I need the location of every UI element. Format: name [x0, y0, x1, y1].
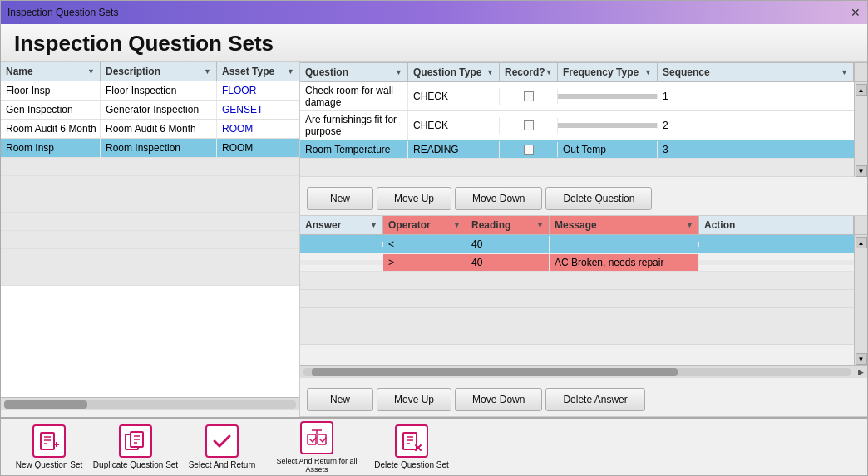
- move-up-question-button[interactable]: Move Up: [377, 187, 451, 210]
- q-td-type: CHECK: [408, 117, 500, 134]
- toolbar-select-all-assets[interactable]: Select And Return for all Assets: [267, 418, 367, 477]
- a-right-scrollbar[interactable]: ▲ ▼: [854, 235, 867, 365]
- record-checkbox[interactable]: [524, 145, 534, 155]
- answer-h-scrollbar[interactable]: ▶: [300, 365, 867, 378]
- move-down-question-button[interactable]: Move Down: [455, 187, 542, 210]
- table-row[interactable]: Gen Inspection Generator Inspection GENS…: [1, 101, 299, 120]
- question-table-header: Question ▼ Question Type ▼ Record? ▼ Fre…: [300, 62, 867, 82]
- a-scroll-down[interactable]: ▼: [856, 353, 867, 365]
- answer-h-scrollbar-track[interactable]: [303, 368, 851, 376]
- new-answer-button[interactable]: New: [307, 388, 373, 411]
- col-name-arrow: ▼: [87, 67, 95, 76]
- close-button[interactable]: ✕: [851, 6, 861, 19]
- table-row-empty: [1, 176, 299, 194]
- q-td-frequency: [558, 94, 658, 99]
- new-qs-svg: [37, 429, 61, 453]
- a-td-reading: 40: [466, 236, 550, 253]
- left-scrollbar[interactable]: [1, 397, 299, 410]
- left-scrollbar-thumb[interactable]: [4, 400, 87, 409]
- a-td-answer: [300, 242, 383, 247]
- delete-question-button[interactable]: Delete Question: [545, 187, 652, 210]
- delete-answer-button[interactable]: Delete Answer: [545, 388, 644, 411]
- q-td-frequency: Out Temp: [558, 141, 658, 158]
- page-header: Inspection Question Sets: [1, 24, 867, 62]
- answer-table-body: < 40 > 40 AC Broken, needs repair: [300, 235, 854, 365]
- move-up-answer-button[interactable]: Move Up: [377, 388, 451, 411]
- a-scroll-spacer: [854, 216, 867, 234]
- new-qs-icon: [32, 424, 66, 458]
- a-td-operator: >: [383, 254, 466, 271]
- q-td-record[interactable]: [500, 142, 558, 157]
- q-td-question: Check room for wall damage: [300, 82, 408, 110]
- q-right-scrollbar[interactable]: ▲ ▼: [854, 82, 867, 177]
- answer-row[interactable]: > 40 AC Broken, needs repair: [300, 253, 854, 272]
- move-down-answer-button[interactable]: Move Down: [455, 388, 542, 411]
- q-td-frequency: [558, 123, 658, 128]
- left-scrollbar-track[interactable]: [4, 400, 296, 409]
- a-col-answer[interactable]: Answer ▼: [300, 216, 383, 234]
- question-row[interactable]: Check room for wall damage CHECK 1: [300, 82, 854, 111]
- h-scroll-right-button[interactable]: ▶: [854, 368, 867, 376]
- td-name: Room Insp: [1, 139, 101, 157]
- col-description[interactable]: Description ▼: [101, 62, 217, 81]
- main-window: Inspection Question Sets ✕ Inspection Qu…: [0, 0, 868, 476]
- select-return-icon: [205, 424, 239, 458]
- td-description: Generator Inspection: [101, 101, 217, 119]
- question-row[interactable]: Room Temperature READING Out Temp 3: [300, 140, 854, 159]
- table-row-empty: [1, 267, 299, 286]
- select-return-label: Select And Return: [189, 460, 256, 469]
- q-col-sequence-arrow: ▼: [841, 68, 848, 76]
- a-td-action: [699, 242, 854, 247]
- a-td-message: AC Broken, needs repair: [550, 254, 699, 271]
- a-col-action[interactable]: Action: [699, 216, 854, 234]
- question-row[interactable]: Are furnishings fit for purpose CHECK 2: [300, 111, 854, 140]
- col-name[interactable]: Name ▼: [1, 62, 101, 81]
- q-td-type: CHECK: [408, 88, 500, 105]
- a-scroll-up[interactable]: ▲: [856, 237, 867, 248]
- new-question-button[interactable]: New: [307, 187, 373, 210]
- svg-rect-0: [41, 433, 54, 449]
- answer-h-scrollbar-thumb[interactable]: [312, 368, 678, 376]
- q-col-frequency[interactable]: Frequency Type ▼: [558, 63, 658, 81]
- q-col-sequence[interactable]: Sequence ▼: [658, 63, 854, 81]
- answer-row-empty: [300, 290, 854, 308]
- record-checkbox[interactable]: [524, 91, 534, 101]
- a-td-answer: [300, 260, 383, 265]
- a-td-message: [550, 242, 699, 247]
- a-col-operator[interactable]: Operator ▼: [383, 216, 466, 234]
- question-row-empty: [300, 159, 854, 177]
- table-row-empty: [1, 213, 299, 231]
- q-col-question[interactable]: Question ▼: [300, 63, 408, 81]
- q-td-sequence: 3: [658, 141, 854, 158]
- table-row[interactable]: Floor Insp Floor Inspection FLOOR: [1, 81, 299, 101]
- record-checkbox[interactable]: [524, 120, 534, 130]
- a-col-reading-arrow: ▼: [536, 221, 544, 229]
- td-asset-type: ROOM: [217, 120, 299, 138]
- a-td-operator: <: [383, 236, 466, 253]
- toolbar-select-return[interactable]: Select And Return: [180, 421, 264, 473]
- col-description-arrow: ▼: [204, 67, 211, 76]
- toolbar-delete-question-set[interactable]: Delete Question Set: [370, 421, 453, 473]
- td-name: Floor Insp: [1, 81, 101, 100]
- toolbar-duplicate-question-set[interactable]: Duplicate Question Set: [94, 421, 177, 473]
- table-row[interactable]: Room Audit 6 Month Room Audit 6 Month RO…: [1, 120, 299, 139]
- answer-row[interactable]: < 40: [300, 235, 854, 253]
- table-row-empty: [1, 194, 299, 213]
- q-scroll-up[interactable]: ▲: [856, 84, 867, 96]
- toolbar-new-question-set[interactable]: New Question Set: [7, 421, 91, 473]
- a-col-message[interactable]: Message ▼: [550, 216, 699, 234]
- q-scroll-spacer: [854, 63, 867, 81]
- col-asset-type[interactable]: Asset Type ▼: [217, 62, 299, 81]
- answer-row-empty: [300, 326, 854, 345]
- q-td-record[interactable]: [500, 89, 558, 104]
- answer-rows-container: < 40 > 40 AC Broken, needs repair: [300, 235, 867, 365]
- new-qs-label: New Question Set: [16, 460, 83, 469]
- q-col-type[interactable]: Question Type ▼: [408, 63, 500, 81]
- td-description: Room Audit 6 Month: [101, 120, 217, 138]
- table-row[interactable]: Room Insp Room Inspection ROOM: [1, 139, 299, 158]
- q-scroll-down[interactable]: ▼: [856, 165, 867, 177]
- a-col-reading[interactable]: Reading ▼: [466, 216, 550, 234]
- question-buttons: New Move Up Move Down Delete Question: [300, 182, 867, 216]
- q-col-record[interactable]: Record? ▼: [500, 63, 558, 81]
- q-td-record[interactable]: [500, 118, 558, 133]
